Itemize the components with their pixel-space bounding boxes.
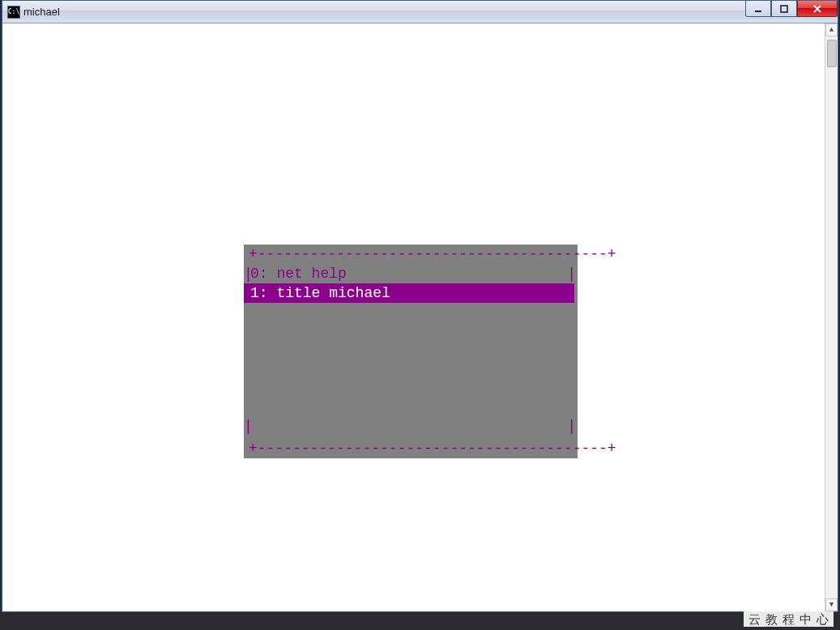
watermark: 云教程中心 (744, 611, 834, 627)
window-controls (745, 1, 838, 19)
close-button[interactable] (797, 1, 838, 17)
titlebar[interactable]: C:\ michael (2, 1, 838, 23)
maximize-button[interactable] (771, 1, 797, 17)
history-item-1[interactable]: 1: title michael (244, 283, 574, 303)
popup-border-top: +---------------------------------------… (244, 245, 578, 264)
popup-border-bottom: +---------------------------------------… (244, 439, 616, 458)
scrollbar[interactable]: ▲ ▼ (825, 23, 838, 611)
cmd-icon: C:\ (7, 6, 20, 19)
history-item-0[interactable]: 0: net help (244, 264, 578, 283)
scroll-up-icon[interactable]: ▲ (825, 23, 838, 36)
console-window: C:\ michael Microsoft Windows [Version 6… (2, 0, 838, 612)
cmd-icon-label: C:\ (8, 9, 19, 15)
scroll-thumb[interactable] (827, 40, 837, 67)
svg-rect-1 (781, 6, 787, 12)
svg-rect-0 (755, 11, 761, 12)
history-popup[interactable]: +---------------------------------------… (244, 245, 578, 458)
window-title: michael (23, 6, 60, 17)
popup-items: 0: net help 1: title michael (244, 264, 578, 439)
terminal[interactable]: Microsoft Windows [Version 6.1.7601] Cop… (2, 23, 838, 611)
scroll-down-icon[interactable]: ▼ (825, 598, 838, 611)
minimize-button[interactable] (745, 1, 771, 17)
